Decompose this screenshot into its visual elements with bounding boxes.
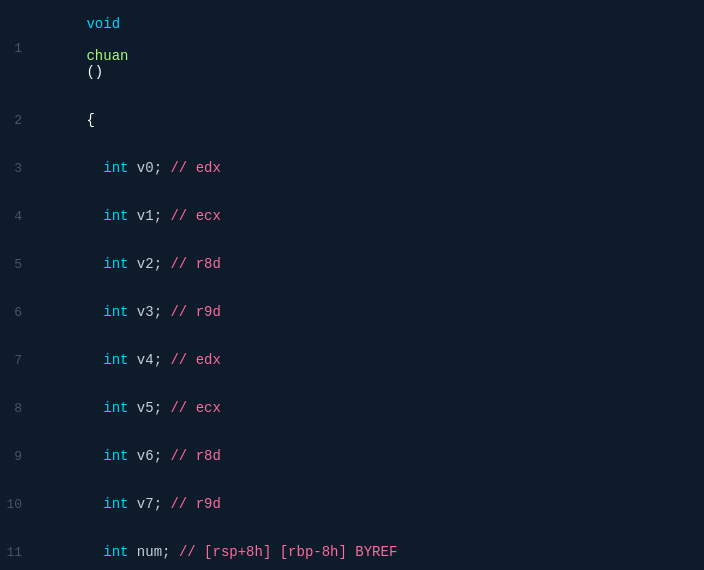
code-line-1: 1 void chuan () — [0, 0, 704, 96]
code-line-4: 4 int v1; // ecx — [0, 192, 704, 240]
code-line-6: 6 int v3; // r9d — [0, 288, 704, 336]
line-num-2: 2 — [0, 113, 30, 128]
code-line-7: 7 int v4; // edx — [0, 336, 704, 384]
code-line-2: 2 { — [0, 96, 704, 144]
code-line-5: 5 int v2; // r8d — [0, 240, 704, 288]
code-line-3: 3 int v0; // edx — [0, 144, 704, 192]
func-name: chuan — [86, 48, 128, 64]
code-line-8: 8 int v5; // ecx — [0, 384, 704, 432]
code-line-11: 11 int num; // [rsp+8h] [rbp-8h] BYREF — [0, 528, 704, 570]
code-editor: 1 void chuan () 2 { 3 int v0; // edx 4 i… — [0, 0, 704, 570]
code-line-9: 9 int v6; // r8d — [0, 432, 704, 480]
line-num-1: 1 — [0, 41, 30, 56]
keyword-void: void — [86, 16, 120, 32]
code-line-10: 10 int v7; // r9d — [0, 480, 704, 528]
line-content-1: void chuan () — [30, 0, 704, 96]
